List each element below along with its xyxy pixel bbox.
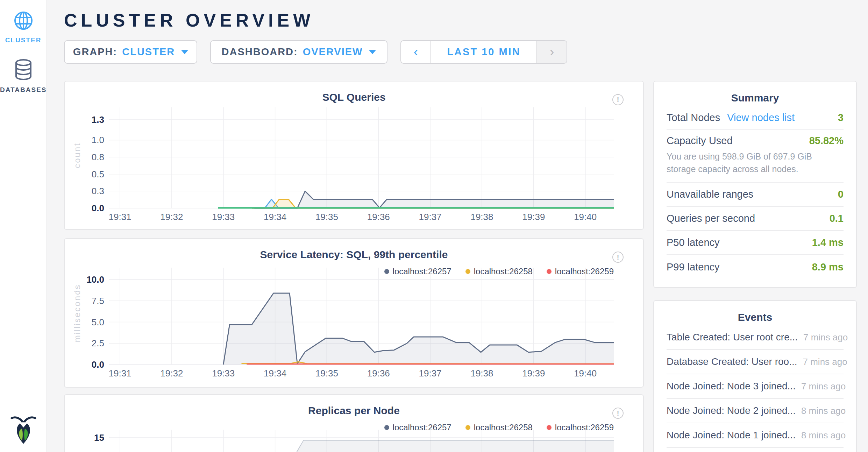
chart-title: Replicas per Node [65, 405, 643, 417]
service-latency-plot: 10.07.55.02.50.0 19:3119:3219:3319:3419:… [109, 280, 614, 365]
x-tick-label: 19:31 [109, 368, 131, 379]
event-text: Node Joined: Node 3 joined... [667, 381, 796, 392]
legend-item[interactable]: localhost:26259 [547, 423, 614, 432]
x-tick-label: 19:39 [522, 212, 545, 223]
y-axis-ticks: 1.31.00.80.50.30.0 [85, 120, 109, 208]
x-tick-label: 19:35 [315, 368, 338, 379]
legend-dot-icon [384, 269, 389, 274]
summary-panel: Summary Total Nodes View nodes list 3 Ca… [653, 81, 857, 288]
summary-row-p99: P99 latency 8.9 ms [667, 255, 844, 279]
y-axis-ticks: 1510 [85, 438, 109, 452]
event-row[interactable]: Node Joined: Node 3 joined...7 mins ago [667, 374, 844, 399]
event-text: Node Joined: Node 2 joined... [667, 405, 796, 416]
sidebar: CLUSTER DATABASES [0, 0, 47, 452]
globe-icon [0, 10, 47, 32]
info-icon[interactable]: ! [612, 94, 624, 105]
sql-queries-card: SQL Queries ! count 1.31.00.80.50.30.0 1… [64, 81, 644, 230]
y-tick-label: 0.3 [92, 186, 104, 197]
x-tick-label: 19:40 [574, 212, 597, 223]
event-row[interactable]: Node Joined: Node 1 joined...8 mins ago [667, 423, 844, 448]
sidebar-item-label: DATABASES [0, 86, 47, 94]
event-row[interactable]: Node Joined: Node 2 joined...8 mins ago [667, 399, 844, 423]
summary-label: Queries per second [667, 213, 755, 224]
events-list: Table Created: User root cre...7 mins ag… [654, 325, 856, 448]
y-tick-label: 0.8 [92, 152, 104, 163]
legend-dot-icon [465, 269, 470, 274]
legend-label: localhost:26259 [555, 267, 614, 276]
chart-canvas [109, 120, 614, 208]
sidebar-item-databases[interactable]: DATABASES [0, 59, 47, 94]
summary-value: 8.9 ms [812, 261, 844, 273]
summary-label: Unavailable ranges [667, 189, 753, 200]
summary-value: 0 [838, 189, 844, 200]
sidebar-item-cluster[interactable]: CLUSTER [0, 10, 47, 44]
dashboard-dropdown-label: DASHBOARD: [222, 46, 298, 58]
summary-label: P99 latency [667, 261, 720, 273]
legend-item[interactable]: localhost:26257 [384, 423, 451, 432]
chart-canvas [109, 438, 614, 452]
chart-legend: localhost:26257localhost:26258localhost:… [384, 422, 614, 433]
graph-dropdown[interactable]: GRAPH: CLUSTER [64, 40, 197, 64]
chart-title: SQL Queries [65, 91, 643, 103]
event-time: 7 mins ago [803, 356, 847, 367]
legend-label: localhost:26259 [555, 423, 614, 432]
summary-value: 85.82% [809, 135, 844, 147]
x-tick-label: 19:36 [367, 212, 390, 223]
replicas-per-node-card: Replicas per Node ! localhost:26257local… [64, 394, 644, 452]
legend-label: localhost:26258 [474, 423, 533, 432]
info-icon[interactable]: ! [612, 408, 624, 419]
y-tick-label: 15 [94, 432, 104, 443]
summary-label: Capacity Used [667, 135, 733, 147]
chart-canvas [109, 280, 614, 365]
legend-label: localhost:26258 [474, 267, 533, 276]
x-tick-label: 19:31 [109, 212, 131, 223]
graph-dropdown-value: CLUSTER [122, 46, 175, 58]
cluster-overview-page: CLUSTER DATABASES [0, 0, 868, 452]
chart-title: Service Latency: SQL, 99th percentile [65, 249, 643, 261]
caret-down-icon [181, 50, 188, 54]
y-tick-label: 10.0 [86, 274, 104, 285]
summary-row-capacity: Capacity Used 85.82% You are using 598.9… [667, 130, 844, 183]
event-text: Table Created: User root cre... [667, 332, 798, 343]
legend-item[interactable]: localhost:26258 [465, 423, 533, 432]
time-next-button[interactable]: › [536, 41, 567, 63]
event-row[interactable]: Database Created: User roo...7 mins ago [667, 350, 844, 374]
time-range-value[interactable]: LAST 10 MIN [431, 41, 536, 63]
x-tick-label: 19:36 [367, 368, 390, 379]
info-icon[interactable]: ! [612, 252, 624, 263]
x-tick-label: 19:32 [160, 212, 183, 223]
y-tick-label: 2.5 [92, 338, 104, 349]
summary-body: Total Nodes View nodes list 3 Capacity U… [654, 106, 856, 279]
summary-row-p50: P50 latency 1.4 ms [667, 231, 844, 255]
summary-row-total-nodes: Total Nodes View nodes list 3 [667, 106, 844, 130]
x-tick-label: 19:33 [212, 212, 235, 223]
legend-label: localhost:26257 [393, 267, 451, 276]
capacity-caption: You are using 598.9 GiB of 697.9 GiB sto… [667, 150, 844, 176]
sidebar-item-label: CLUSTER [0, 36, 47, 44]
events-panel: Events Table Created: User root cre...7 … [653, 300, 857, 452]
legend-item[interactable]: localhost:26258 [465, 267, 533, 276]
dashboard-dropdown[interactable]: DASHBOARD: OVERVIEW [210, 40, 387, 64]
y-axis-unit-label: milliseconds [72, 284, 82, 342]
page-title: CLUSTER OVERVIEW [64, 10, 314, 31]
x-axis-ticks: 19:3119:3219:3319:3419:3519:3619:3719:38… [109, 365, 614, 379]
x-tick-label: 19:35 [315, 212, 338, 223]
view-nodes-list-link[interactable]: View nodes list [727, 112, 795, 123]
events-title: Events [654, 301, 856, 325]
legend-item[interactable]: localhost:26257 [384, 267, 451, 276]
legend-item[interactable]: localhost:26259 [547, 267, 614, 276]
legend-dot-icon [547, 269, 552, 274]
x-tick-label: 19:34 [264, 212, 286, 223]
y-tick-label: 1.3 [92, 114, 104, 125]
y-tick-label: 0.5 [92, 169, 104, 179]
event-row[interactable]: Table Created: User root cre...7 mins ag… [667, 325, 844, 350]
x-tick-label: 19:37 [419, 212, 442, 223]
time-prev-button[interactable]: ‹ [401, 41, 431, 63]
y-tick-label: 5.0 [92, 317, 104, 327]
summary-value: 1.4 ms [812, 237, 844, 248]
time-range-selector: ‹ LAST 10 MIN › [400, 40, 567, 64]
event-time: 8 mins ago [801, 430, 846, 441]
legend-dot-icon [384, 425, 389, 430]
summary-title: Summary [654, 82, 856, 106]
y-axis-unit-label: count [72, 142, 82, 168]
